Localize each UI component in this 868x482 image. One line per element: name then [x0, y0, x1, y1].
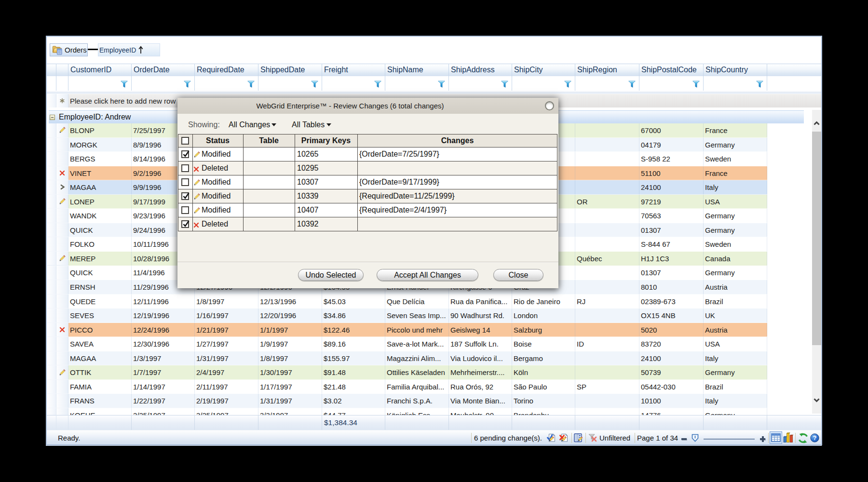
- svg-text:?: ?: [813, 435, 817, 442]
